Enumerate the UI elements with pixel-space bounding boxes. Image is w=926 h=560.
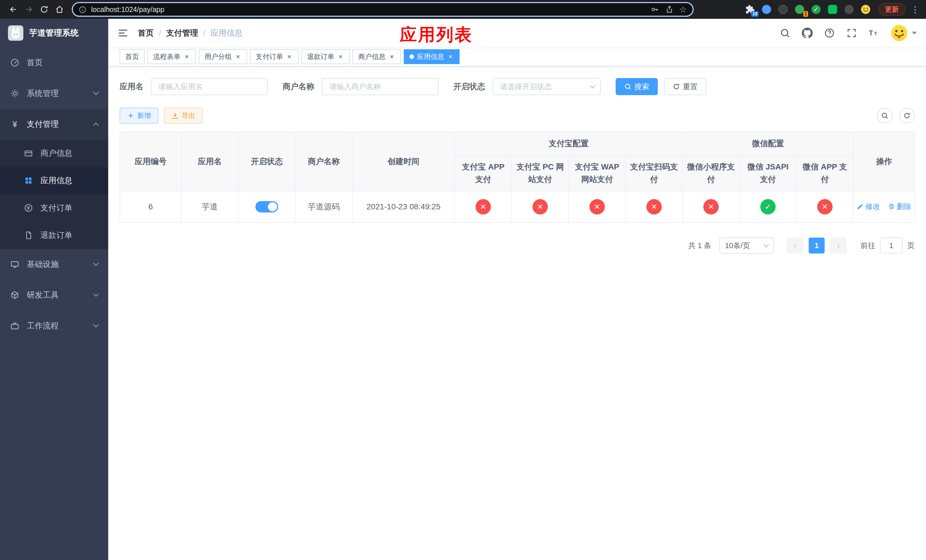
extension-dark-icon[interactable] [777,4,789,15]
app-logo[interactable]: 芋道管理系统 [0,19,108,47]
extension-avatar-badge: 1 [803,11,808,17]
extension-green-square-icon[interactable] [827,4,838,15]
goto-page: 前往 页 [861,238,915,254]
sidebar-item-merchant-info[interactable]: 商户信息 [0,139,108,167]
add-button-label: 新增 [137,111,151,120]
search-icon [881,112,888,120]
sidebar-item-label: 工作流程 [27,321,59,331]
cell-wechat-jsapi [740,191,796,222]
site-info-icon[interactable] [79,5,86,14]
sidebar-item-dev-tools[interactable]: 研发工具 [0,280,108,310]
cell-wechat-app [796,191,853,222]
page-number-button[interactable]: 1 [809,238,825,254]
goto-page-input[interactable] [880,238,903,254]
address-bar[interactable]: localhost:1024/pay/app ☆ [72,2,694,17]
sidebar-item-workflow[interactable]: 工作流程 [0,310,108,341]
cell-merchant-name: 芋道源码 [295,191,352,222]
help-icon[interactable] [824,28,835,38]
breadcrumb-current: 应用信息 [211,28,243,38]
monitor-icon [10,260,20,269]
sidebar-item-refund-order[interactable]: 退款订单 [0,222,108,249]
browser-home-icon[interactable] [52,2,67,17]
status-toggle[interactable] [256,201,278,212]
merchant-name-input[interactable] [322,78,439,95]
search-icon[interactable] [780,28,790,38]
app-name-input[interactable] [151,78,268,95]
export-button[interactable]: 导出 [164,107,203,124]
sidebar-item-system[interactable]: 系统管理 [0,78,108,109]
close-icon[interactable] [183,53,190,61]
page-title-annotation: 应用列表 [400,23,473,47]
edit-button[interactable]: 修改 [857,202,880,212]
sidebar: 芋道管理系统 首页 系统管理 ¥ 支付管理 [0,19,108,560]
sidebar-item-payment[interactable]: ¥ 支付管理 [0,109,108,139]
close-icon[interactable] [235,53,242,61]
tab-user-group[interactable]: 用户分组 [199,49,247,64]
status-select[interactable]: 请选择开启状态 [493,78,601,95]
user-avatar[interactable] [891,24,917,42]
tab-process-form[interactable]: 流程表单 [147,49,196,64]
reset-button[interactable]: 重置 [664,78,706,95]
share-icon[interactable] [664,4,675,15]
github-icon[interactable] [802,28,813,38]
tab-home[interactable]: 首页 [120,49,145,64]
chevron-down-icon [590,83,595,89]
password-key-icon[interactable] [649,4,660,15]
browser-update-button[interactable]: 更新 [878,3,905,16]
edit-label: 修改 [865,202,880,212]
add-button[interactable]: 新增 [120,107,158,124]
status-label: 开启状态 [453,81,485,92]
breadcrumb-home[interactable]: 首页 [138,28,154,38]
close-icon[interactable] [388,53,395,61]
tab-pay-order[interactable]: 支付订单 [250,49,298,64]
prev-page-button[interactable] [787,238,803,254]
extension-avatar-icon[interactable]: 1 [794,4,805,15]
tab-label: 用户分组 [204,52,232,61]
search-button[interactable]: 搜索 [616,78,658,95]
font-size-icon[interactable]: TT [869,28,879,38]
tab-refund-order[interactable]: 退款订单 [301,49,350,64]
extension-emoji-icon[interactable] [860,4,872,15]
close-icon[interactable] [447,53,454,61]
chevron-down-icon [93,291,99,297]
toggle-search-button[interactable] [877,108,893,123]
app-name-label: 应用名 [120,81,144,92]
sidebar-item-pay-order[interactable]: 支付订单 [0,194,108,222]
browser-back-icon[interactable] [6,2,21,17]
browser-forward-icon[interactable] [21,2,36,17]
browser-refresh-icon[interactable] [36,2,52,17]
config-status-icon [589,199,605,215]
next-page-button[interactable] [830,238,847,254]
browser-menu-icon[interactable] [910,5,920,15]
payment-submenu: 商户信息 应用信息 支付订单 退款订单 [0,139,108,249]
close-icon[interactable] [286,53,293,61]
sidebar-item-label: 支付管理 [27,119,59,130]
page-size-select[interactable]: 10条/页 [719,238,774,254]
collapse-menu-icon[interactable] [117,27,129,39]
col-app-id: 应用编号 [120,132,182,191]
extensions-puzzle-icon[interactable]: 10 [744,4,756,15]
chevron-down-icon [763,242,769,248]
document-icon [24,231,33,240]
search-icon [624,83,632,90]
fullscreen-icon[interactable] [846,28,857,38]
goto-label: 前往 [861,241,875,251]
cell-app-id: 6 [120,191,182,222]
sidebar-item-infrastructure[interactable]: 基础设施 [0,249,108,280]
sidebar-item-app-info[interactable]: 应用信息 [0,167,108,194]
col-create-time: 创建时间 [352,132,455,191]
breadcrumb-payment[interactable]: 支付管理 [166,28,198,38]
tab-app-info[interactable]: 应用信息 [404,49,460,64]
delete-button[interactable]: 删除 [888,202,911,212]
extension-check-icon[interactable]: ✓ [810,4,822,15]
tab-merchant-info[interactable]: 商户信息 [353,49,401,64]
sidebar-item-home[interactable]: 首页 [0,47,108,78]
bookmark-star-icon[interactable]: ☆ [679,5,687,15]
extension-blue-icon[interactable] [761,4,772,15]
table-header: 应用编号 应用名 开启状态 商户名称 创建时间 支付宝配置 微信配置 操作 支付… [120,132,915,191]
refresh-table-button[interactable] [899,108,915,123]
logo-image [8,25,23,41]
close-icon[interactable] [337,53,344,61]
config-status-icon [533,199,548,215]
extension-pin-icon[interactable] [843,4,855,15]
